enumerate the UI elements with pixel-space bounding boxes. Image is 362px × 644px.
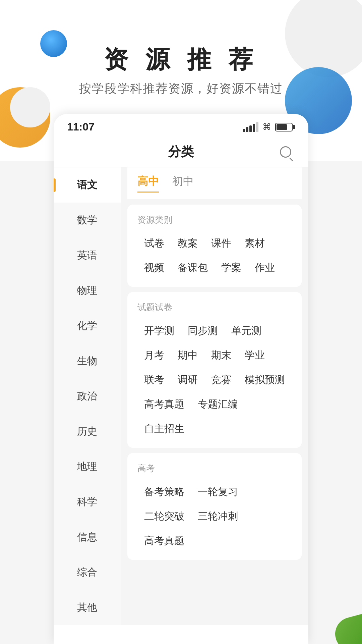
tag-beikaocelue[interactable]: 备考策略 bbox=[137, 482, 191, 501]
tag-gaokaozhenti[interactable]: 高考真题 bbox=[137, 395, 191, 414]
tag-jiaoan[interactable]: 教案 bbox=[171, 234, 204, 253]
sidebar-item-dili[interactable]: 地理 bbox=[54, 449, 121, 484]
sidebar-item-zonghe[interactable]: 综合 bbox=[54, 555, 121, 590]
tags-resource-type: 试卷 教案 课件 素材 视频 备课包 学案 作业 bbox=[137, 234, 292, 277]
phone-frame: 11:07 ⌘ 分类 bbox=[54, 114, 308, 644]
tag-sanlunchongci[interactable]: 三轮冲刺 bbox=[191, 507, 245, 526]
signal-icon bbox=[243, 122, 258, 132]
tab-chuzhong[interactable]: 初中 bbox=[172, 174, 194, 193]
sidebar-item-xinxi[interactable]: 信息 bbox=[54, 520, 121, 555]
sidebar-item-qita[interactable]: 其他 bbox=[54, 590, 121, 625]
tag-diaoyan[interactable]: 调研 bbox=[171, 370, 204, 389]
tag-qimo[interactable]: 期末 bbox=[204, 346, 238, 365]
top-nav: 分类 bbox=[54, 137, 308, 167]
tag-beikebao[interactable]: 备课包 bbox=[171, 258, 215, 277]
tag-xueye[interactable]: 学业 bbox=[238, 346, 272, 365]
sidebar-item-zhengzhi[interactable]: 政治 bbox=[54, 379, 121, 414]
tag-moniyuce[interactable]: 模拟预测 bbox=[238, 370, 292, 389]
sidebar: 语文 数学 英语 物理 化学 生物 政治 历史 bbox=[54, 167, 121, 625]
status-icons: ⌘ bbox=[243, 122, 295, 132]
tag-erluntupo[interactable]: 二轮突破 bbox=[137, 507, 191, 526]
tag-jingsai[interactable]: 竞赛 bbox=[204, 370, 238, 389]
tab-gaozhong[interactable]: 高中 bbox=[137, 174, 159, 193]
section-resource-type: 资源类别 试卷 教案 课件 素材 视频 备课包 学案 作业 bbox=[127, 205, 302, 287]
tag-yuekao[interactable]: 月考 bbox=[137, 346, 171, 365]
section-title-gaokao: 高考 bbox=[137, 463, 292, 474]
tag-qizhong[interactable]: 期中 bbox=[171, 346, 204, 365]
sidebar-item-wuli[interactable]: 物理 bbox=[54, 273, 121, 308]
tag-liankao[interactable]: 联考 bbox=[137, 370, 171, 389]
search-button[interactable] bbox=[276, 143, 295, 161]
tag-kejian[interactable]: 课件 bbox=[204, 234, 238, 253]
section-gaokao: 高考 备考策略 一轮复习 二轮突破 三轮冲刺 高考真题 bbox=[127, 453, 302, 560]
sidebar-item-kexue[interactable]: 科学 bbox=[54, 484, 121, 520]
right-content: 高中 初中 资源类别 试卷 教案 课件 素材 视频 备课包 学案 作业 bbox=[121, 167, 308, 625]
sidebar-item-shengwu[interactable]: 生物 bbox=[54, 343, 121, 379]
hero-title: 资 源 推 荐 bbox=[0, 44, 362, 76]
tag-zuoye[interactable]: 作业 bbox=[248, 258, 282, 277]
tag-shipin[interactable]: 视频 bbox=[137, 258, 171, 277]
hero-subtitle: 按学段学科推荐资源，好资源不错过 bbox=[0, 80, 362, 97]
section-title-resource-type: 资源类别 bbox=[137, 214, 292, 226]
status-time: 11:07 bbox=[67, 121, 95, 133]
section-exam: 试题试卷 开学测 同步测 单元测 月考 期中 期末 学业 联考 调研 竞赛 模拟… bbox=[127, 292, 302, 448]
tags-exam: 开学测 同步测 单元测 月考 期中 期末 学业 联考 调研 竞赛 模拟预测 高考… bbox=[137, 321, 292, 438]
tags-gaokao: 备考策略 一轮复习 二轮突破 三轮冲刺 高考真题 bbox=[137, 482, 292, 550]
section-title-exam: 试题试卷 bbox=[137, 302, 292, 313]
battery-icon bbox=[275, 123, 295, 131]
tag-gaokaozhenti2[interactable]: 高考真题 bbox=[137, 531, 191, 550]
sidebar-item-yuwen[interactable]: 语文 bbox=[54, 167, 121, 203]
sidebar-item-shuxue[interactable]: 数学 bbox=[54, 203, 121, 238]
main-content: 语文 数学 英语 物理 化学 生物 政治 历史 bbox=[54, 167, 308, 625]
sub-tabs: 高中 初中 bbox=[127, 167, 302, 199]
green-leaf-decoration bbox=[322, 604, 362, 644]
tag-zhuantihb[interactable]: 专题汇编 bbox=[191, 395, 245, 414]
wifi-icon: ⌘ bbox=[262, 122, 271, 132]
tag-zizhuzs[interactable]: 自主招生 bbox=[137, 419, 191, 438]
sidebar-item-lishi[interactable]: 历史 bbox=[54, 414, 121, 449]
search-icon bbox=[280, 146, 291, 158]
nav-title: 分类 bbox=[168, 143, 194, 160]
tag-danyuance[interactable]: 单元测 bbox=[225, 321, 268, 340]
tag-yiluanfuxi[interactable]: 一轮复习 bbox=[191, 482, 245, 501]
tag-sucai[interactable]: 素材 bbox=[238, 234, 272, 253]
tag-kaixuece[interactable]: 开学测 bbox=[137, 321, 181, 340]
sidebar-item-huaxue[interactable]: 化学 bbox=[54, 308, 121, 343]
sidebar-item-yingyu[interactable]: 英语 bbox=[54, 238, 121, 273]
status-bar: 11:07 ⌘ bbox=[54, 114, 308, 137]
tag-xuean[interactable]: 学案 bbox=[215, 258, 248, 277]
tag-shijuan[interactable]: 试卷 bbox=[137, 234, 171, 253]
tag-tongbuce[interactable]: 同步测 bbox=[181, 321, 225, 340]
